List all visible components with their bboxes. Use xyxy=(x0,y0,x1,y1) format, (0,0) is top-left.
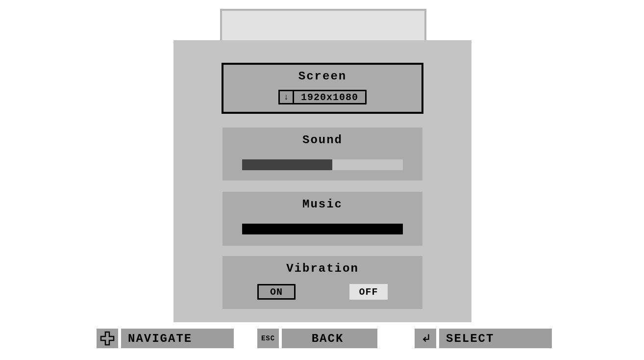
hint-back-label: BACK xyxy=(282,329,377,348)
enter-key-icon xyxy=(415,329,436,348)
resolution-value: 1920x1080 xyxy=(294,90,367,104)
sound-slider[interactable] xyxy=(242,159,403,170)
tab-header xyxy=(220,9,426,42)
hint-select: SELECT xyxy=(415,329,552,348)
screen-section[interactable]: Screen ↓ 1920x1080 xyxy=(223,64,422,113)
music-section[interactable]: Music xyxy=(223,192,422,246)
hint-select-label: SELECT xyxy=(439,329,552,348)
vibration-title: Vibration xyxy=(223,256,422,275)
vibration-off-button[interactable]: OFF xyxy=(349,284,388,300)
music-slider-fill xyxy=(242,224,403,234)
hint-back: ESC BACK xyxy=(257,329,377,348)
dpad-icon xyxy=(97,329,118,348)
sound-slider-fill xyxy=(242,159,332,170)
hint-navigate: NAVIGATE xyxy=(97,329,234,348)
vibration-on-button[interactable]: ON xyxy=(257,284,296,300)
sound-title: Sound xyxy=(223,128,422,147)
screen-title: Screen xyxy=(223,64,422,83)
vibration-section[interactable]: Vibration ON OFF xyxy=(223,256,422,309)
resolution-down-icon[interactable]: ↓ xyxy=(278,90,294,104)
hint-navigate-label: NAVIGATE xyxy=(121,329,234,348)
esc-key-icon: ESC xyxy=(257,329,279,348)
resolution-selector[interactable]: ↓ 1920x1080 xyxy=(223,90,422,104)
settings-panel: Screen ↓ 1920x1080 Sound Music Vibration… xyxy=(173,40,471,322)
music-title: Music xyxy=(223,192,422,211)
music-slider[interactable] xyxy=(242,224,403,234)
sound-section[interactable]: Sound xyxy=(223,128,422,180)
